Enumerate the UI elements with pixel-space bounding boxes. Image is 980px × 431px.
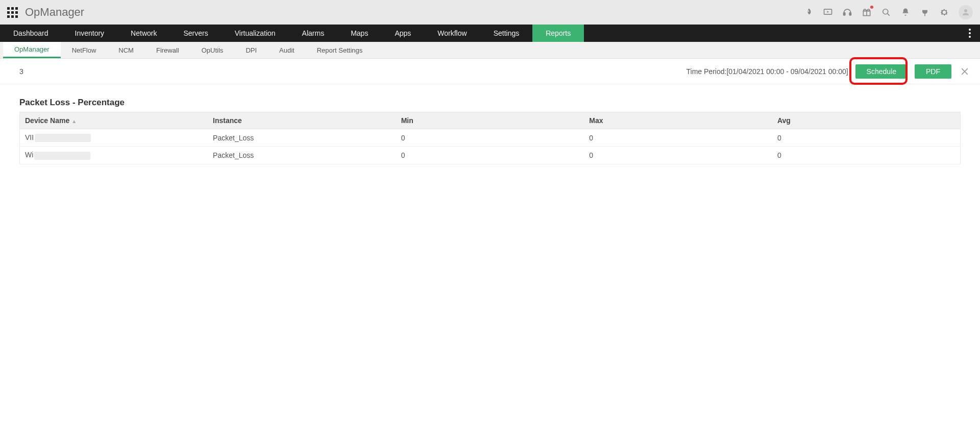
nav-item-inventory[interactable]: Inventory	[62, 25, 118, 42]
svg-rect-2	[844, 13, 845, 15]
cell-max: 0	[584, 147, 772, 164]
table-row[interactable]: VIIPacket_Loss000	[20, 129, 961, 147]
nav-item-network[interactable]: Network	[117, 25, 170, 42]
col-min[interactable]: Min	[396, 112, 584, 129]
redacted-text	[34, 152, 90, 160]
col-max[interactable]: Max	[584, 112, 772, 129]
nav-items: DashboardInventoryNetworkServersVirtuali…	[0, 25, 584, 42]
apps-grid-icon[interactable]	[7, 7, 18, 18]
top-bar: OpManager	[0, 0, 980, 25]
subnav-item-firewall[interactable]: Firewall	[145, 42, 190, 58]
bell-icon[interactable]	[900, 7, 911, 17]
subnav-item-ncm[interactable]: NCM	[107, 42, 145, 58]
presentation-icon[interactable]	[823, 7, 833, 17]
schedule-wrap: Schedule	[855, 64, 908, 79]
subnav-item-netflow[interactable]: NetFlow	[61, 42, 108, 58]
nav-item-workflow[interactable]: Workflow	[424, 25, 480, 42]
user-avatar[interactable]	[959, 5, 973, 19]
redacted-text	[35, 134, 91, 142]
pdf-button[interactable]: PDF	[915, 64, 951, 79]
table-header-row: Device Name▲InstanceMinMaxAvg	[20, 112, 961, 129]
svg-point-0	[808, 11, 809, 12]
cell-instance: Packet_Loss	[208, 129, 396, 147]
nav-more-menu[interactable]	[960, 25, 980, 42]
subnav-item-oputils[interactable]: OpUtils	[190, 42, 235, 58]
notification-dot	[870, 6, 873, 9]
cell-min: 0	[396, 147, 584, 164]
nav-item-servers[interactable]: Servers	[170, 25, 221, 42]
cell-min: 0	[396, 129, 584, 147]
svg-point-6	[964, 9, 967, 12]
control-bar: 3 Time Period:[01/04/2021 00:00 - 09/04/…	[0, 59, 980, 84]
cell-avg: 0	[772, 147, 961, 164]
top-bar-left: OpManager	[7, 6, 84, 19]
gear-icon[interactable]	[939, 7, 949, 17]
time-period: Time Period:[01/04/2021 00:00 - 09/04/20…	[687, 67, 848, 76]
cell-max: 0	[584, 129, 772, 147]
nav-item-reports[interactable]: Reports	[532, 25, 584, 42]
report-table: Device Name▲InstanceMinMaxAvg VIIPacket_…	[19, 112, 961, 164]
sort-caret-icon: ▲	[71, 118, 77, 124]
top-bar-right	[803, 5, 973, 19]
subnav-item-report-settings[interactable]: Report Settings	[306, 42, 374, 58]
search-icon[interactable]	[881, 7, 891, 17]
report-title: Packet Loss - Percentage	[19, 98, 961, 108]
col-avg[interactable]: Avg	[772, 112, 961, 129]
cell-avg: 0	[772, 129, 961, 147]
rocket-icon[interactable]	[803, 7, 814, 17]
cell-device-name: VII	[20, 129, 208, 147]
table-row[interactable]: WiPacket_Loss000	[20, 147, 961, 164]
plug-icon[interactable]	[920, 7, 930, 17]
subnav-item-audit[interactable]: Audit	[268, 42, 306, 58]
nav-item-apps[interactable]: Apps	[381, 25, 424, 42]
nav-item-virtualization[interactable]: Virtualization	[222, 25, 289, 42]
nav-item-maps[interactable]: Maps	[337, 25, 381, 42]
report-content: Packet Loss - Percentage Device Name▲Ins…	[0, 84, 980, 178]
headset-icon[interactable]	[842, 7, 852, 17]
table-body: VIIPacket_Loss000WiPacket_Loss000	[20, 129, 961, 164]
cell-device-name: Wi	[20, 147, 208, 164]
nav-item-settings[interactable]: Settings	[480, 25, 533, 42]
result-count: 3	[19, 67, 23, 76]
close-icon[interactable]	[959, 65, 971, 78]
kebab-icon	[969, 29, 971, 38]
gift-icon[interactable]	[862, 7, 872, 17]
svg-point-5	[883, 9, 888, 14]
time-period-value: [01/04/2021 00:00 - 09/04/2021 00:00]	[726, 67, 848, 76]
col-instance[interactable]: Instance	[208, 112, 396, 129]
subnav-item-opmanager[interactable]: OpManager	[3, 42, 61, 58]
time-period-label: Time Period:	[687, 67, 727, 76]
cell-instance: Packet_Loss	[208, 147, 396, 164]
brand-title: OpManager	[25, 6, 84, 19]
nav-item-dashboard[interactable]: Dashboard	[0, 25, 62, 42]
subnav-item-dpi[interactable]: DPI	[234, 42, 268, 58]
sub-nav: OpManagerNetFlowNCMFirewallOpUtilsDPIAud…	[0, 42, 980, 59]
svg-rect-3	[849, 13, 851, 15]
primary-nav: DashboardInventoryNetworkServersVirtuali…	[0, 25, 980, 42]
nav-item-alarms[interactable]: Alarms	[289, 25, 338, 42]
col-device-name[interactable]: Device Name▲	[20, 112, 208, 129]
schedule-button[interactable]: Schedule	[855, 64, 908, 79]
